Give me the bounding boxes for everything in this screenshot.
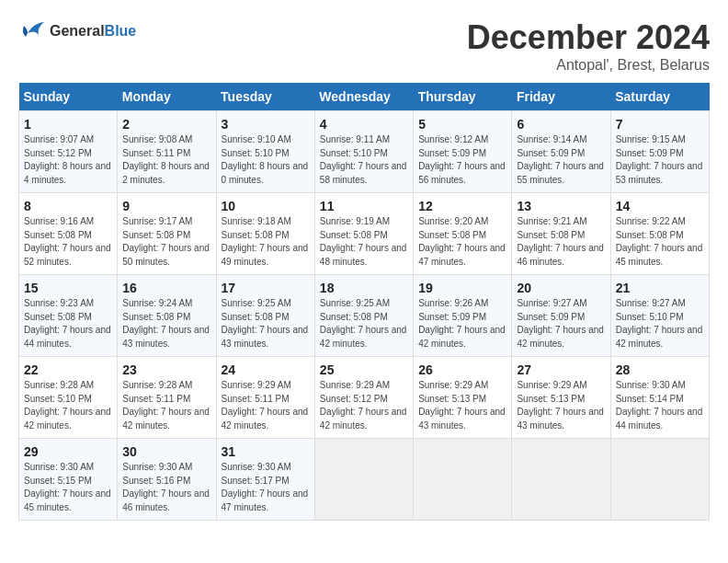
- calendar-cell: 24Sunrise: 9:29 AMSunset: 5:11 PMDayligh…: [216, 357, 314, 439]
- calendar-cell: 20Sunrise: 9:27 AMSunset: 5:09 PMDayligh…: [512, 275, 610, 357]
- calendar-cell: 18Sunrise: 9:25 AMSunset: 5:08 PMDayligh…: [314, 275, 413, 357]
- day-detail: Sunrise: 9:22 AMSunset: 5:08 PMDaylight:…: [616, 215, 704, 269]
- day-number: 26: [418, 362, 506, 377]
- day-number: 30: [122, 444, 210, 459]
- logo: GeneralBlue: [18, 18, 136, 44]
- day-detail: Sunrise: 9:25 AMSunset: 5:08 PMDaylight:…: [320, 297, 408, 350]
- logo-text: GeneralBlue: [50, 23, 136, 40]
- calendar-week-row: 1Sunrise: 9:07 AMSunset: 5:12 PMDaylight…: [19, 111, 710, 193]
- calendar-cell: 6Sunrise: 9:14 AMSunset: 5:09 PMDaylight…: [512, 111, 610, 193]
- day-detail: Sunrise: 9:23 AMSunset: 5:08 PMDaylight:…: [24, 297, 112, 350]
- day-number: 9: [122, 199, 210, 213]
- calendar-cell: 21Sunrise: 9:27 AMSunset: 5:10 PMDayligh…: [610, 275, 709, 357]
- calendar-cell: 22Sunrise: 9:28 AMSunset: 5:10 PMDayligh…: [19, 357, 118, 439]
- calendar-cell: 7Sunrise: 9:15 AMSunset: 5:09 PMDaylight…: [610, 111, 709, 193]
- column-header-sunday: Sunday: [19, 83, 118, 111]
- calendar-cell: 31Sunrise: 9:30 AMSunset: 5:17 PMDayligh…: [216, 439, 314, 521]
- page-header: GeneralBlue December 2024 Antopal', Bres…: [18, 18, 710, 74]
- day-detail: Sunrise: 9:30 AMSunset: 5:16 PMDaylight:…: [122, 461, 210, 514]
- column-header-tuesday: Tuesday: [216, 83, 314, 111]
- day-number: 3: [222, 117, 310, 132]
- column-header-thursday: Thursday: [414, 83, 512, 111]
- day-detail: Sunrise: 9:10 AMSunset: 5:10 PMDaylight:…: [222, 133, 310, 187]
- title-block: December 2024 Antopal', Brest, Belarus: [467, 18, 710, 74]
- day-number: 7: [616, 117, 704, 132]
- day-number: 25: [320, 362, 408, 377]
- day-number: 17: [222, 281, 310, 295]
- day-detail: Sunrise: 9:07 AMSunset: 5:12 PMDaylight:…: [24, 133, 112, 187]
- calendar-cell: 4Sunrise: 9:11 AMSunset: 5:10 PMDaylight…: [314, 111, 413, 193]
- calendar-cell: 29Sunrise: 9:30 AMSunset: 5:15 PMDayligh…: [19, 439, 118, 521]
- day-detail: Sunrise: 9:26 AMSunset: 5:09 PMDaylight:…: [418, 297, 506, 350]
- day-detail: Sunrise: 9:29 AMSunset: 5:12 PMDaylight:…: [320, 379, 408, 432]
- day-number: 1: [24, 117, 112, 132]
- day-number: 13: [517, 199, 605, 213]
- column-header-friday: Friday: [512, 83, 610, 111]
- calendar-cell: 25Sunrise: 9:29 AMSunset: 5:12 PMDayligh…: [314, 357, 413, 439]
- day-detail: Sunrise: 9:30 AMSunset: 5:15 PMDaylight:…: [24, 461, 112, 514]
- calendar-week-row: 29Sunrise: 9:30 AMSunset: 5:15 PMDayligh…: [19, 439, 710, 521]
- day-number: 2: [122, 117, 210, 132]
- calendar-cell: 19Sunrise: 9:26 AMSunset: 5:09 PMDayligh…: [414, 275, 512, 357]
- day-number: 10: [222, 199, 310, 213]
- day-detail: Sunrise: 9:21 AMSunset: 5:08 PMDaylight:…: [517, 215, 605, 269]
- calendar-cell: 11Sunrise: 9:19 AMSunset: 5:08 PMDayligh…: [314, 193, 413, 275]
- day-number: 29: [24, 444, 112, 459]
- calendar-cell: 28Sunrise: 9:30 AMSunset: 5:14 PMDayligh…: [610, 357, 709, 439]
- day-detail: Sunrise: 9:27 AMSunset: 5:10 PMDaylight:…: [616, 297, 704, 350]
- day-number: 8: [24, 199, 112, 213]
- calendar-cell: 13Sunrise: 9:21 AMSunset: 5:08 PMDayligh…: [512, 193, 610, 275]
- calendar-cell: [512, 439, 610, 521]
- calendar-cell: [414, 439, 512, 521]
- day-number: 6: [517, 117, 605, 132]
- day-detail: Sunrise: 9:27 AMSunset: 5:09 PMDaylight:…: [517, 297, 605, 350]
- day-number: 11: [320, 199, 408, 213]
- calendar-week-row: 22Sunrise: 9:28 AMSunset: 5:10 PMDayligh…: [19, 357, 710, 439]
- day-number: 28: [616, 362, 704, 377]
- calendar-cell: 8Sunrise: 9:16 AMSunset: 5:08 PMDaylight…: [19, 193, 118, 275]
- day-detail: Sunrise: 9:29 AMSunset: 5:13 PMDaylight:…: [418, 379, 506, 432]
- calendar-cell: 3Sunrise: 9:10 AMSunset: 5:10 PMDaylight…: [216, 111, 314, 193]
- calendar-cell: 27Sunrise: 9:29 AMSunset: 5:13 PMDayligh…: [512, 357, 610, 439]
- calendar-cell: 26Sunrise: 9:29 AMSunset: 5:13 PMDayligh…: [414, 357, 512, 439]
- day-number: 5: [418, 117, 506, 132]
- day-detail: Sunrise: 9:28 AMSunset: 5:11 PMDaylight:…: [122, 379, 210, 432]
- day-detail: Sunrise: 9:12 AMSunset: 5:09 PMDaylight:…: [418, 133, 506, 187]
- day-number: 21: [616, 281, 704, 295]
- calendar-cell: 12Sunrise: 9:20 AMSunset: 5:08 PMDayligh…: [414, 193, 512, 275]
- calendar-cell: 9Sunrise: 9:17 AMSunset: 5:08 PMDaylight…: [118, 193, 216, 275]
- day-detail: Sunrise: 9:17 AMSunset: 5:08 PMDaylight:…: [122, 215, 210, 269]
- day-detail: Sunrise: 9:11 AMSunset: 5:10 PMDaylight:…: [320, 133, 408, 187]
- logo-bird-icon: [18, 18, 46, 44]
- day-detail: Sunrise: 9:16 AMSunset: 5:08 PMDaylight:…: [24, 215, 112, 269]
- day-number: 24: [222, 362, 310, 377]
- day-detail: Sunrise: 9:20 AMSunset: 5:08 PMDaylight:…: [418, 215, 506, 269]
- day-detail: Sunrise: 9:18 AMSunset: 5:08 PMDaylight:…: [222, 215, 310, 269]
- day-number: 4: [320, 117, 408, 132]
- day-number: 18: [320, 281, 408, 295]
- day-detail: Sunrise: 9:29 AMSunset: 5:11 PMDaylight:…: [222, 379, 310, 432]
- day-detail: Sunrise: 9:28 AMSunset: 5:10 PMDaylight:…: [24, 379, 112, 432]
- calendar-cell: 10Sunrise: 9:18 AMSunset: 5:08 PMDayligh…: [216, 193, 314, 275]
- day-detail: Sunrise: 9:15 AMSunset: 5:09 PMDaylight:…: [616, 133, 704, 187]
- calendar-table: SundayMondayTuesdayWednesdayThursdayFrid…: [18, 83, 710, 521]
- day-detail: Sunrise: 9:30 AMSunset: 5:14 PMDaylight:…: [616, 379, 704, 432]
- day-detail: Sunrise: 9:24 AMSunset: 5:08 PMDaylight:…: [122, 297, 210, 350]
- day-number: 31: [222, 444, 310, 459]
- calendar-cell: 5Sunrise: 9:12 AMSunset: 5:09 PMDaylight…: [414, 111, 512, 193]
- day-detail: Sunrise: 9:08 AMSunset: 5:11 PMDaylight:…: [122, 133, 210, 187]
- calendar-cell: 14Sunrise: 9:22 AMSunset: 5:08 PMDayligh…: [610, 193, 709, 275]
- day-number: 14: [616, 199, 704, 213]
- calendar-cell: 2Sunrise: 9:08 AMSunset: 5:11 PMDaylight…: [118, 111, 216, 193]
- day-number: 22: [24, 362, 112, 377]
- calendar-cell: 23Sunrise: 9:28 AMSunset: 5:11 PMDayligh…: [118, 357, 216, 439]
- calendar-cell: 15Sunrise: 9:23 AMSunset: 5:08 PMDayligh…: [19, 275, 118, 357]
- calendar-week-row: 8Sunrise: 9:16 AMSunset: 5:08 PMDaylight…: [19, 193, 710, 275]
- column-header-monday: Monday: [118, 83, 216, 111]
- calendar-week-row: 15Sunrise: 9:23 AMSunset: 5:08 PMDayligh…: [19, 275, 710, 357]
- day-number: 19: [418, 281, 506, 295]
- page-title: December 2024: [467, 18, 710, 57]
- calendar-cell: 30Sunrise: 9:30 AMSunset: 5:16 PMDayligh…: [118, 439, 216, 521]
- day-detail: Sunrise: 9:30 AMSunset: 5:17 PMDaylight:…: [222, 461, 310, 514]
- calendar-cell: [314, 439, 413, 521]
